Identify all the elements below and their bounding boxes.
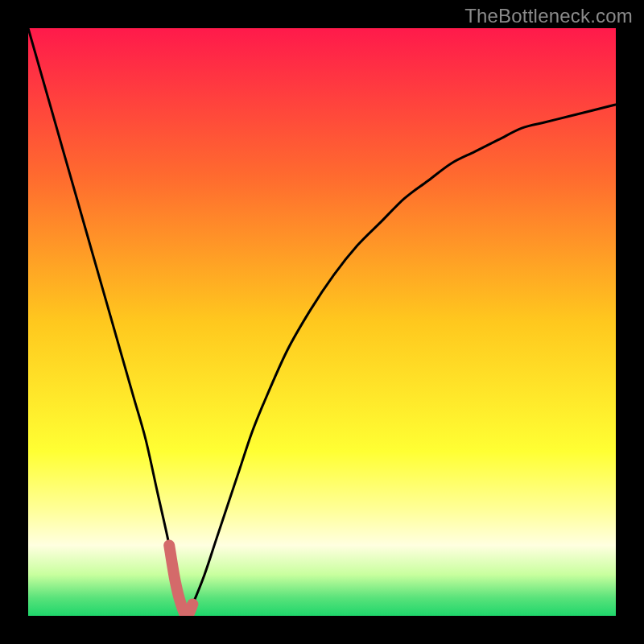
optimal-marker — [169, 545, 192, 616]
watermark-text: TheBottleneck.com — [464, 5, 633, 27]
curve-layer — [28, 28, 616, 616]
plot-area — [28, 28, 616, 616]
chart-frame: TheBottleneck.com — [0, 0, 644, 644]
bottleneck-curve — [28, 28, 616, 616]
